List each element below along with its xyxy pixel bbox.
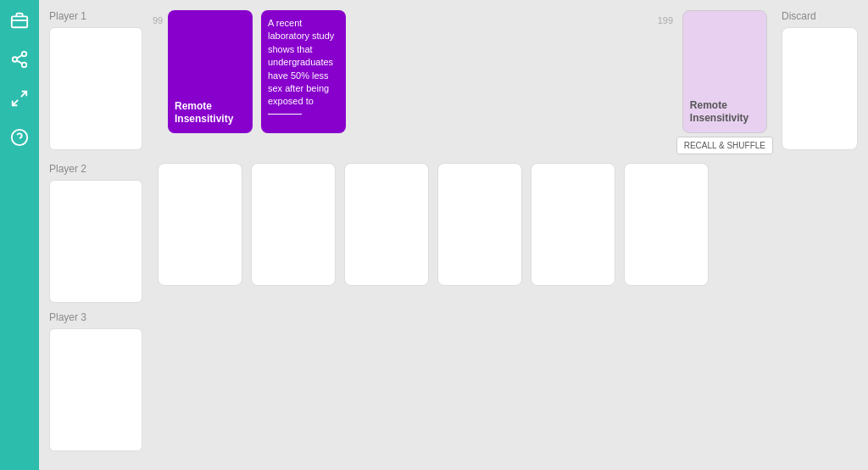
player2-label: Player 2: [49, 163, 142, 175]
discard-card: [782, 27, 858, 150]
help-icon[interactable]: [8, 126, 31, 149]
players-col: Player 2 Player 3: [49, 163, 142, 451]
purple-card-text: Remote Insensitivity: [175, 100, 246, 126]
white-deck-count: 199: [658, 15, 673, 25]
svg-line-8: [21, 92, 26, 97]
question-card-text: A recent laboratory study shows that und…: [268, 17, 339, 109]
briefcase-icon[interactable]: [8, 8, 31, 32]
light-purple-card-text: Remote Insensitivity: [690, 99, 760, 126]
player2-card-area[interactable]: [49, 180, 142, 303]
main-content: Player 1 99 Remote Insensitivity A recen…: [39, 0, 868, 470]
hand-card-4[interactable]: [437, 163, 522, 286]
sidebar: [0, 0, 39, 470]
light-purple-card[interactable]: Remote Insensitivity: [682, 10, 767, 133]
hand-card-5[interactable]: [531, 163, 615, 286]
question-card-line: [268, 114, 302, 115]
player2-panel: Player 2: [49, 163, 142, 303]
discard-area: Discard: [782, 10, 858, 150]
player3-label: Player 3: [49, 311, 142, 323]
svg-line-7: [17, 55, 22, 59]
svg-line-9: [13, 100, 18, 105]
light-card-col: Remote Insensitivity RECALL & SHUFFLE: [676, 10, 773, 154]
svg-point-3: [22, 52, 27, 57]
player1-label: Player 1: [49, 10, 142, 22]
svg-rect-0: [12, 16, 27, 27]
fullscreen-icon[interactable]: [8, 87, 31, 110]
recall-shuffle-button[interactable]: RECALL & SHUFFLE: [676, 137, 773, 154]
center-area: 99 Remote Insensitivity A recent laborat…: [151, 10, 773, 154]
player1-panel: Player 1: [49, 10, 142, 150]
hand-row: [158, 163, 709, 286]
svg-point-4: [13, 57, 18, 62]
hand-card-3[interactable]: [344, 163, 429, 286]
player3-panel: Player 3: [49, 311, 142, 451]
question-card[interactable]: A recent laboratory study shows that und…: [261, 10, 346, 133]
svg-line-6: [17, 60, 22, 64]
svg-point-5: [22, 63, 27, 68]
black-deck-count: 99: [153, 15, 163, 25]
bottom-section: Player 2 Player 3: [49, 163, 858, 451]
player1-card-area[interactable]: [49, 27, 142, 150]
top-row: Player 1 99 Remote Insensitivity A recen…: [49, 10, 858, 154]
player3-card-area[interactable]: [49, 328, 142, 451]
share-icon[interactable]: [8, 48, 31, 71]
black-deck-wrapper: 99 Remote Insensitivity: [168, 10, 253, 133]
hand-card-1[interactable]: [158, 163, 242, 286]
deck-row: 99 Remote Insensitivity A recent laborat…: [151, 10, 773, 154]
white-deck-wrapper: 199 Remote Insensitivity RECALL & SHUFFL…: [676, 10, 773, 154]
hand-card-6[interactable]: [624, 163, 709, 286]
hand-card-2[interactable]: [251, 163, 336, 286]
discard-label: Discard: [782, 10, 858, 22]
purple-answer-card[interactable]: Remote Insensitivity: [168, 10, 253, 133]
